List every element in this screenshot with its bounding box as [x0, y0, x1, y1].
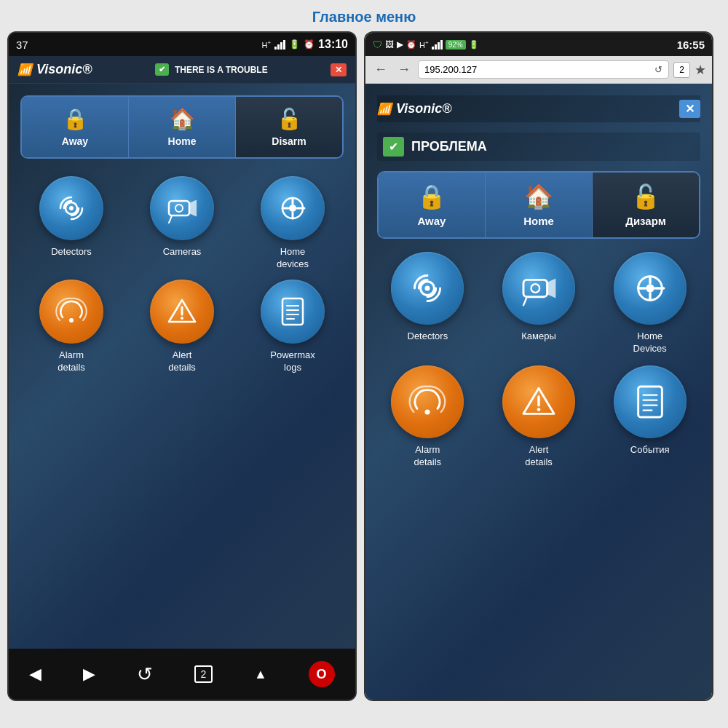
powermaxlogs-btn-left[interactable]: Powermaxlogs [242, 280, 344, 374]
svg-point-31 [425, 409, 430, 414]
notification-count: 37 [16, 39, 28, 51]
alarmdetails-btn-right[interactable]: Alarmdetails [377, 365, 478, 469]
detectors-btn-left[interactable]: Detectors [20, 176, 122, 271]
homedevices-circle-right [614, 252, 687, 325]
visonic-header-left: 📶 Visonic® ✔ THERE IS A TROUBLE ✕ [9, 56, 355, 84]
alarmdetails-circle-right [391, 365, 464, 438]
alarmdetails-label-left: Alarmdetails [58, 349, 85, 374]
browser-tabs-btn[interactable]: 2 [673, 62, 690, 78]
forward-btn-left[interactable]: ▶ [83, 665, 95, 684]
svg-point-24 [531, 284, 539, 293]
alarmdetails-icon-left [54, 294, 89, 329]
powermaxlogs-label-left: Powermaxlogs [270, 349, 314, 374]
url-bar[interactable]: 195.200.127 ↺ [418, 60, 669, 79]
reload-icon[interactable]: ↺ [654, 64, 662, 75]
away-btn-right[interactable]: 🔒 Away [379, 173, 486, 237]
svg-point-21 [425, 286, 430, 291]
disarm-btn-left[interactable]: 🔓 Disarm [236, 97, 342, 157]
home-label-left: Home [168, 135, 197, 147]
disarm-icon-left: 🔓 [277, 107, 302, 131]
opera-btn-left[interactable]: O [309, 661, 335, 687]
image-icon-right: 🖼 [385, 39, 394, 50]
homedevices-label-right: HomeDevices [633, 331, 667, 355]
homedevices-icon-right [630, 268, 670, 309]
up-btn-left[interactable]: ▲ [254, 667, 267, 682]
svg-point-8 [289, 205, 296, 212]
time-left: 13:10 [318, 38, 348, 51]
svg-point-11 [69, 318, 74, 323]
menu-grid-left: Detectors Cameras [20, 170, 344, 380]
visonic-header-right: 📶 Visonic® ✕ [377, 95, 700, 122]
disarm-label-right: Дизарм [625, 215, 666, 227]
away-icon-left: 🔒 [63, 107, 88, 131]
status-icons-left: H+ 🔋 ⏰ 13:10 [261, 38, 348, 51]
detectors-icon-left [54, 191, 89, 226]
bookmark-btn[interactable]: ★ [695, 62, 706, 78]
svg-rect-22 [523, 280, 547, 296]
alertdetails-icon-left [165, 294, 199, 329]
alarmdetails-icon-right [407, 381, 448, 422]
home-icon-right: 🏠 [524, 183, 553, 210]
svg-point-28 [646, 284, 654, 293]
arm-buttons-right: 🔒 Away 🏠 Home 🔓 Дизарм [377, 171, 700, 239]
alarmdetails-btn-left[interactable]: Alarmdetails [20, 280, 122, 374]
alertdetails-btn-left[interactable]: Alertdetails [131, 280, 233, 374]
homedevices-btn-right[interactable]: HomeDevices [599, 252, 700, 355]
alertdetails-circle-left [150, 280, 214, 344]
url-text: 195.200.127 [424, 64, 477, 75]
homedevices-label-left: Homedevices [277, 246, 309, 271]
battery-icon-left: 🔋 [289, 39, 300, 50]
away-btn-left[interactable]: 🔒 Away [22, 97, 129, 157]
cameras-btn-right[interactable]: Камеры [488, 252, 590, 355]
events-label-right: События [630, 444, 670, 456]
svg-point-14 [181, 317, 183, 320]
events-btn-right[interactable]: События [599, 365, 700, 469]
detectors-label-left: Detectors [51, 246, 92, 258]
tabs-btn-left[interactable]: 2 [194, 665, 213, 683]
disarm-label-left: Disarm [272, 135, 306, 147]
powermaxlogs-icon-left [275, 294, 310, 329]
detectors-icon-right [407, 268, 448, 309]
alertdetails-btn-right[interactable]: Alertdetails [488, 365, 590, 469]
browser-forward-btn[interactable]: → [395, 60, 414, 79]
back-btn-left[interactable]: ◀ [29, 665, 41, 684]
close-btn-right[interactable]: ✕ [679, 100, 700, 118]
detectors-label-right: Detectors [408, 331, 448, 343]
homedevices-icon-left [275, 191, 310, 226]
refresh-btn-left[interactable]: ↺ [137, 663, 153, 686]
svg-rect-15 [282, 298, 303, 325]
visonic-logo-right: 📶 Visonic® [377, 101, 452, 116]
browser-back-btn[interactable]: ← [371, 60, 390, 79]
home-icon-left: 🏠 [170, 107, 195, 131]
close-btn-left[interactable]: ✕ [331, 63, 347, 76]
home-btn-right[interactable]: 🏠 Home [486, 173, 593, 237]
events-icon-right [630, 381, 670, 422]
data-icon: H+ [261, 39, 271, 50]
alertdetails-label-left: Alertdetails [168, 349, 196, 374]
cameras-btn-left[interactable]: Cameras [131, 176, 233, 271]
detectors-btn-right[interactable]: Detectors [377, 252, 478, 355]
alarm-icon-left: ⏰ [304, 39, 314, 50]
cameras-icon-right [518, 268, 559, 309]
trouble-text: THERE IS A TROUBLE [175, 65, 268, 75]
battery-right: 92% [446, 40, 466, 50]
cameras-label-right: Камеры [521, 331, 556, 343]
visonic-brand-left: Visonic® [36, 62, 92, 77]
main-content-left: 🔒 Away 🏠 Home 🔓 Disarm [9, 84, 355, 649]
check-icon-right: ✔ [383, 137, 404, 157]
away-label-left: Away [62, 135, 88, 147]
arm-buttons-left: 🔒 Away 🏠 Home 🔓 Disarm [20, 95, 344, 159]
cameras-circle-left [150, 176, 214, 240]
alarmdetails-label-right: Alarmdetails [414, 444, 442, 469]
powermaxlogs-circle-left [261, 280, 325, 344]
status-icons-right: 🛡 🖼 ▶ ⏰ H+ 92% 🔋 [373, 39, 479, 50]
signal-bars-left [274, 39, 285, 50]
visonic-brand-right: Visonic® [396, 101, 452, 116]
homedevices-btn-left[interactable]: Homedevices [242, 176, 344, 271]
home-btn-left[interactable]: 🏠 Home [129, 97, 236, 157]
cameras-icon-left [165, 191, 199, 226]
menu-grid-right: Detectors Камеры [377, 249, 700, 472]
alertdetails-icon-right [518, 381, 559, 422]
svg-rect-2 [169, 201, 189, 215]
disarm-btn-right[interactable]: 🔓 Дизарм [593, 173, 699, 237]
